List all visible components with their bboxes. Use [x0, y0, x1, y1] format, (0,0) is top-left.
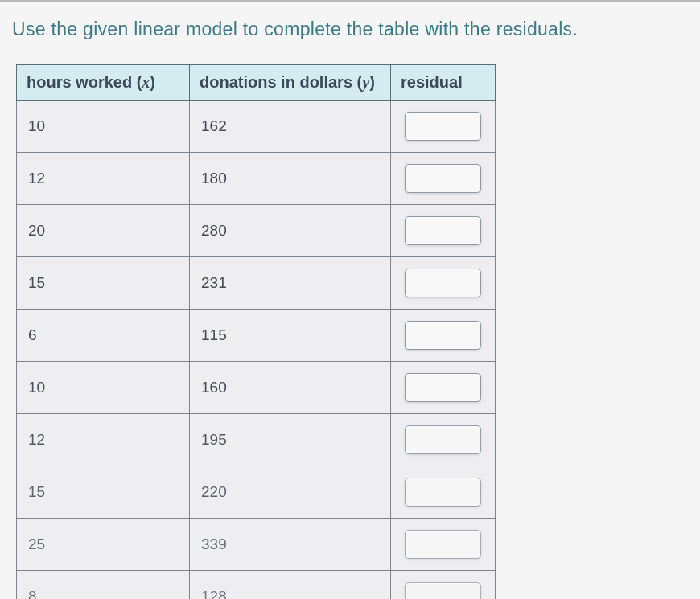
- cell-y: 280: [190, 205, 391, 257]
- cell-residual: [391, 571, 496, 600]
- cell-x: 25: [17, 519, 190, 571]
- cell-residual: [391, 205, 496, 257]
- table-row: 6 115: [17, 310, 496, 362]
- residual-input[interactable]: [405, 530, 481, 559]
- table-row: 12 195: [17, 414, 496, 466]
- table-row: 20 280: [17, 205, 496, 257]
- table-row: 10 162: [17, 101, 496, 153]
- cell-residual: [391, 466, 496, 519]
- cell-y: 115: [190, 310, 391, 362]
- cell-residual: [391, 519, 496, 571]
- cell-x: 12: [17, 153, 190, 205]
- cell-residual: [391, 257, 496, 310]
- residual-input[interactable]: [405, 112, 481, 141]
- cell-y: 128: [190, 571, 391, 600]
- table-row: 15 231: [17, 257, 496, 310]
- cell-y: 339: [190, 519, 391, 571]
- header-donations: donations in dollars (y): [190, 65, 391, 101]
- cell-x: 10: [17, 362, 190, 414]
- table-container: hours worked (x) donations in dollars (y…: [16, 64, 688, 599]
- cell-y: 180: [190, 153, 391, 205]
- table-row: 10 160: [17, 362, 496, 414]
- cell-x: 20: [17, 205, 190, 257]
- cell-x: 15: [17, 466, 190, 519]
- cell-x: 8: [17, 571, 190, 600]
- cell-y: 195: [190, 414, 391, 466]
- table-row: 25 339: [17, 519, 496, 571]
- instruction-text: Use the given linear model to complete t…: [8, 18, 688, 40]
- residual-input[interactable]: [405, 478, 481, 507]
- cell-residual: [391, 101, 496, 153]
- cell-y: 160: [190, 362, 391, 414]
- residual-input[interactable]: [405, 216, 481, 245]
- table-row: 15 220: [17, 466, 496, 519]
- cell-y: 220: [190, 466, 391, 519]
- table-body: 10 162 12 180 20 280: [17, 101, 496, 600]
- cell-residual: [391, 362, 496, 414]
- cell-x: 15: [17, 257, 190, 310]
- cell-y: 231: [190, 257, 391, 310]
- table-row: 12 180: [17, 153, 496, 205]
- residual-input[interactable]: [405, 582, 481, 599]
- cell-x: 10: [17, 101, 190, 153]
- residuals-table: hours worked (x) donations in dollars (y…: [16, 64, 496, 599]
- header-hours-worked: hours worked (x): [17, 65, 190, 101]
- cell-residual: [391, 153, 496, 205]
- residual-input[interactable]: [405, 164, 481, 193]
- cell-residual: [391, 414, 496, 466]
- table-row: 8 128: [17, 571, 496, 600]
- cell-residual: [391, 310, 496, 362]
- cell-y: 162: [190, 101, 391, 153]
- residual-input[interactable]: [405, 269, 481, 297]
- header-residual: residual: [391, 65, 496, 101]
- content-wrapper: Use the given linear model to complete t…: [0, 0, 700, 599]
- residual-input[interactable]: [405, 373, 481, 402]
- residual-input[interactable]: [405, 321, 481, 350]
- residual-input[interactable]: [405, 425, 481, 454]
- cell-x: 6: [17, 310, 190, 362]
- cell-x: 12: [17, 414, 190, 466]
- table-header-row: hours worked (x) donations in dollars (y…: [17, 65, 496, 101]
